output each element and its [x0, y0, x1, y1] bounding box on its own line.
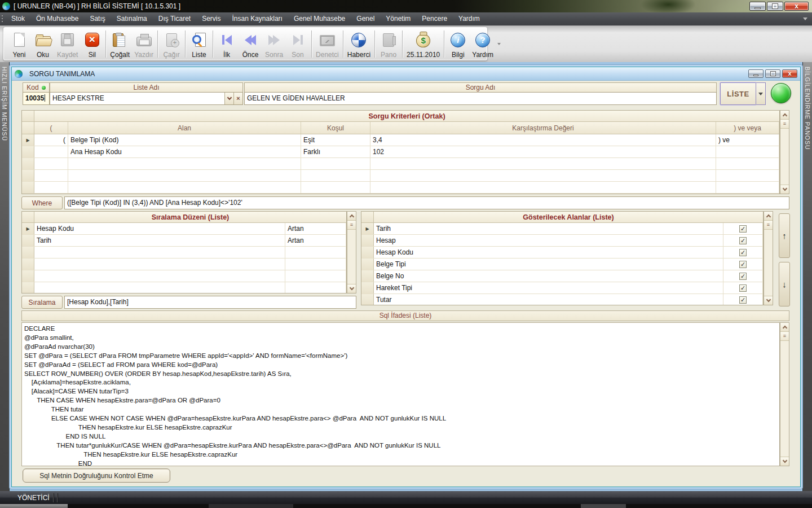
info-panel-tab[interactable]: BİLGİLENDİRME PANOSU [802, 62, 812, 491]
criteria-row[interactable]: ▶(Belge Tipi (Kod)Eşit3,4) ve [22, 134, 779, 146]
menu-item-satınalma[interactable]: Satınalma [111, 12, 153, 25]
liste-button[interactable]: LİSTE [720, 82, 756, 105]
checkbox-checked-icon[interactable] [739, 261, 747, 268]
sql-text[interactable]: DECLARE @dPara smallint, @dParaAd nvarch… [21, 322, 780, 466]
criteria-cell-open[interactable] [34, 170, 68, 181]
scroll-up-button[interactable] [764, 212, 773, 221]
field-name-cell[interactable]: Belge No [374, 270, 723, 282]
close-button[interactable]: x [784, 2, 809, 11]
menu-item-i̇nsan-kaynakları[interactable]: İnsan Kaynakları [227, 12, 288, 25]
field-name-cell[interactable]: Tarih [374, 223, 723, 234]
toolbar-button-i-lk[interactable]: İlk [215, 29, 239, 59]
sql-scrollbar[interactable]: ≡ [780, 322, 789, 466]
field-visible-cell[interactable] [723, 270, 763, 282]
siralama-expression[interactable]: [Hesap Kodu],[Tarih] [64, 296, 356, 309]
field-name-cell[interactable]: Hesap [374, 235, 723, 246]
field-name-cell[interactable]: Belge Tipi [374, 259, 723, 270]
sort-field-cell[interactable] [34, 270, 285, 282]
liste-adi-combo[interactable]: HESAP EKSTRE × [50, 92, 243, 105]
kod-input[interactable]: 10035 [23, 92, 50, 105]
criteria-scrollbar[interactable]: ≡ [780, 110, 789, 194]
scroll-thumb[interactable]: ≡ [780, 332, 789, 341]
scroll-up-button[interactable] [780, 323, 789, 332]
criteria-row[interactable] [22, 170, 779, 182]
criteria-column-1[interactable]: Alan [68, 122, 301, 134]
where-button[interactable]: Where [21, 196, 63, 209]
field-visible-cell[interactable] [723, 223, 763, 234]
sql-check-button[interactable]: Sql Metnin Doğruluğunu Kontrol Etme [23, 468, 170, 483]
dialog-close-button[interactable]: x [782, 69, 797, 78]
liste-dropdown-button[interactable] [756, 82, 766, 105]
field-row[interactable]: Belge Tipi [361, 259, 763, 270]
criteria-cell-open[interactable] [34, 146, 68, 157]
sort-row[interactable] [22, 270, 346, 282]
menu-item-pencere[interactable]: Pencere [416, 12, 453, 25]
criteria-cell-close[interactable] [716, 146, 779, 157]
criteria-cell-alan[interactable] [68, 182, 301, 193]
where-expression[interactable]: ([Belge Tipi (Kod)] IN (3,4)) AND [Ana H… [64, 196, 789, 209]
menu-item-genel-muhasebe[interactable]: Genel Muhasebe [288, 12, 351, 25]
criteria-cell-close[interactable] [716, 170, 779, 181]
field-visible-cell[interactable] [723, 282, 763, 294]
toolbar-button-önce[interactable]: Önce [239, 29, 262, 59]
scroll-thumb[interactable]: ≡ [764, 221, 773, 230]
sort-field-cell[interactable] [34, 247, 285, 258]
criteria-cell-alan[interactable] [68, 158, 301, 169]
siralama-button[interactable]: Sıralama [21, 296, 63, 309]
criteria-column-2[interactable]: Koşul [301, 122, 370, 134]
sort-row[interactable] [22, 282, 346, 294]
sort-direction-cell[interactable] [285, 282, 346, 294]
sort-field-cell[interactable]: Tarih [34, 235, 285, 246]
field-row[interactable]: Hesap Kodu [361, 247, 763, 259]
criteria-cell-open[interactable] [34, 182, 68, 193]
sort-row[interactable]: TarihArtan [22, 235, 346, 247]
field-visible-cell[interactable] [723, 259, 763, 270]
field-name-cell[interactable]: Hesap Kodu [374, 247, 723, 258]
move-down-button[interactable]: ↓ [779, 262, 790, 306]
fields-scrollbar[interactable]: ≡ [764, 211, 773, 305]
toolbar-button-yeni[interactable]: Yeni [7, 29, 31, 59]
sort-row[interactable] [22, 259, 346, 270]
scroll-track[interactable] [764, 230, 773, 296]
toolbar-button-yardım[interactable]: Yardım [470, 29, 496, 59]
sort-direction-cell[interactable] [285, 270, 346, 282]
scroll-up-button[interactable] [780, 111, 789, 120]
criteria-cell-kosul[interactable]: Farklı [301, 146, 370, 157]
scroll-track[interactable] [347, 230, 356, 284]
sort-row[interactable] [22, 247, 346, 259]
field-row[interactable]: Tutar [361, 294, 763, 305]
criteria-cell-alan[interactable]: Ana Hesap Kodu [68, 146, 301, 157]
criteria-cell-kosul[interactable] [301, 182, 370, 193]
criteria-cell-kosul[interactable] [301, 158, 370, 169]
criteria-cell-close[interactable]: ) ve [716, 134, 779, 146]
sort-direction-cell[interactable] [285, 247, 346, 258]
sort-direction-cell[interactable]: Artan [285, 235, 346, 246]
criteria-cell-deger[interactable] [370, 158, 716, 169]
scroll-down-button[interactable] [347, 284, 356, 293]
criteria-cell-deger[interactable] [370, 170, 716, 181]
scroll-down-button[interactable] [780, 457, 789, 466]
criteria-cell-kosul[interactable] [301, 170, 370, 181]
toolbar-button-çoğalt[interactable]: Çoğalt [108, 29, 132, 59]
criteria-cell-deger[interactable]: 3,4 [370, 134, 716, 146]
scroll-thumb[interactable]: ≡ [347, 221, 356, 230]
scroll-down-button[interactable] [764, 296, 773, 305]
toolbar-overflow-icon[interactable] [497, 43, 501, 45]
field-row[interactable]: Hareket Tipi [361, 282, 763, 294]
menu-item-servis[interactable]: Servis [196, 12, 226, 25]
criteria-cell-close[interactable] [716, 182, 779, 193]
toolbar-button-liste[interactable]: Liste [187, 29, 211, 59]
field-row[interactable]: Hesap [361, 235, 763, 247]
quick-access-panel-tab[interactable]: HIZLI ERİŞİM MENÜSÜ [0, 62, 10, 491]
menu-item-satış[interactable]: Satış [84, 12, 111, 25]
liste-adi-dropdown-button[interactable] [224, 93, 233, 104]
criteria-cell-open[interactable] [34, 158, 68, 169]
field-name-cell[interactable]: Tutar [374, 294, 723, 305]
criteria-cell-alan[interactable]: Belge Tipi (Kod) [68, 134, 301, 146]
scroll-thumb[interactable]: ≡ [780, 120, 789, 129]
criteria-cell-kosul[interactable]: Eşit [301, 134, 370, 146]
sort-row[interactable]: ▶Hesap KoduArtan [22, 223, 346, 235]
field-visible-cell[interactable] [723, 294, 763, 305]
checkbox-checked-icon[interactable] [739, 237, 747, 244]
criteria-cell-deger[interactable]: 102 [370, 146, 716, 157]
